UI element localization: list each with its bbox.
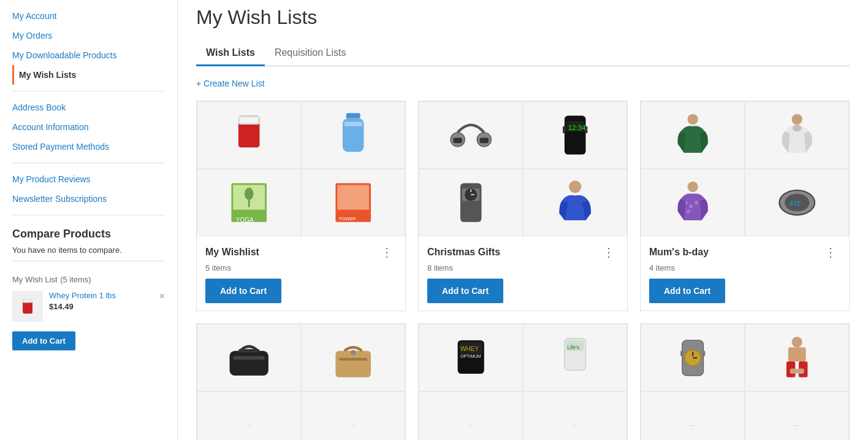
tabs-container: Wish Lists Requisition Lists bbox=[196, 41, 850, 66]
page-layout: My Account My Orders My Downloadable Pro… bbox=[0, 0, 868, 440]
wishlist-card-0-img-2: YOGA bbox=[197, 169, 301, 236]
wishlist-card-4-img-3: ··· bbox=[523, 392, 627, 440]
svg-rect-63 bbox=[788, 347, 806, 361]
black-duffel-bag-icon bbox=[208, 331, 290, 384]
svg-rect-66 bbox=[790, 368, 797, 374]
placeholder-icon: ··· bbox=[197, 392, 300, 440]
wishlist-card-1-add-to-cart-button[interactable]: Add to Cart bbox=[427, 279, 503, 303]
wishlist-card-2-header: Mum's b-day ⋮ bbox=[649, 244, 840, 261]
create-new-list-link[interactable]: + Create New List bbox=[196, 79, 265, 88]
sidebar-divider-3 bbox=[12, 215, 165, 215]
wishlist-sidebar-item: Whey Protein 1 lbs $14.49 × bbox=[12, 291, 165, 322]
wishlist-card-2-count: 4 items bbox=[649, 263, 840, 272]
wishlist-card-2-menu[interactable]: ⋮ bbox=[821, 244, 840, 261]
svg-text:OPTIMUM: OPTIMUM bbox=[460, 353, 481, 359]
wishlist-card-2-img-2 bbox=[641, 169, 745, 236]
wishlist-card-3-img-2: ··· bbox=[197, 392, 301, 440]
wishlist-sidebar-count: (5 items) bbox=[60, 275, 91, 284]
sidebar-add-to-cart-button[interactable]: Add to Cart bbox=[12, 331, 75, 350]
sidebar-item-account-info[interactable]: Account Information bbox=[12, 117, 165, 137]
wishlist-card-1-img-1: 12:34 bbox=[523, 101, 627, 169]
compare-section: Compare Products You have no items to co… bbox=[12, 228, 165, 255]
blue-jacket-icon bbox=[534, 176, 616, 229]
sidebar-item-newsletter[interactable]: Newsletter Subscriptions bbox=[12, 189, 165, 209]
compare-title: Compare Products bbox=[12, 228, 165, 241]
wishlist-card-5-images: ··· ··· bbox=[641, 324, 849, 440]
wishlist-card-1-menu[interactable]: ⋮ bbox=[599, 244, 619, 261]
svg-text:12:34: 12:34 bbox=[568, 123, 585, 131]
svg-rect-20 bbox=[479, 137, 488, 143]
svg-point-62 bbox=[791, 336, 802, 347]
wishlist-card-1-count: 8 items bbox=[427, 263, 619, 272]
sidebar-item-stored-payment[interactable]: Stored Payment Methods bbox=[12, 137, 165, 156]
svg-text:FIT: FIT bbox=[790, 200, 800, 207]
wishlist-card-5-img-2: ··· bbox=[641, 392, 745, 440]
wishlist-card-2: FIT Mum's b-day ⋮ 4 items Add to Cart bbox=[640, 101, 850, 311]
wishlist-item-name[interactable]: Whey Protein 1 lbs bbox=[49, 291, 165, 300]
svg-text:YOGA: YOGA bbox=[235, 217, 253, 223]
purple-shirt-icon bbox=[652, 176, 734, 229]
wishlist-card-1: 12:34 bbox=[418, 101, 628, 311]
svg-rect-8 bbox=[345, 122, 362, 126]
sidebar-item-my-account[interactable]: My Account bbox=[12, 6, 165, 26]
wishlist-card-1-img-0 bbox=[419, 101, 523, 169]
wishlist-card-2-img-3: FIT bbox=[745, 169, 849, 236]
svg-rect-15 bbox=[337, 185, 369, 209]
sport-watch-icon bbox=[430, 176, 512, 229]
wishlist-card-2-add-to-cart-button[interactable]: Add to Cart bbox=[649, 279, 725, 303]
svg-rect-19 bbox=[453, 137, 462, 143]
svg-point-33 bbox=[791, 114, 802, 124]
svg-rect-60 bbox=[680, 350, 683, 356]
svg-point-37 bbox=[689, 204, 693, 208]
svg-rect-6 bbox=[346, 113, 360, 118]
svg-rect-24 bbox=[563, 126, 565, 134]
wishlist-card-4-img-2: ··· bbox=[419, 392, 523, 440]
svg-rect-5 bbox=[240, 117, 258, 123]
tab-wish-lists[interactable]: Wish Lists bbox=[196, 41, 265, 66]
digital-watch-icon: 12:34 bbox=[534, 109, 616, 161]
wishlist-sidebar-title: My Wish List (5 items) bbox=[12, 274, 165, 285]
wishlist-card-5-img-3: ··· bbox=[745, 392, 849, 440]
wishlist-card-2-img-1 bbox=[745, 101, 849, 169]
wishlist-card-0-menu[interactable]: ⋮ bbox=[377, 244, 397, 261]
sidebar-divider-2 bbox=[12, 163, 165, 163]
svg-rect-67 bbox=[797, 368, 804, 374]
svg-point-32 bbox=[687, 114, 698, 124]
sidebar-item-my-orders[interactable]: My Orders bbox=[12, 26, 165, 45]
placeholder-icon: ··· bbox=[523, 392, 626, 440]
placeholder-icon: ··· bbox=[302, 392, 405, 440]
earphones-icon bbox=[430, 109, 512, 161]
wishlist-card-0-images: YOGA POWER bbox=[197, 101, 405, 236]
svg-rect-43 bbox=[229, 350, 268, 375]
placeholder-icon: ··· bbox=[641, 392, 744, 440]
sidebar-item-product-reviews[interactable]: My Product Reviews bbox=[12, 169, 165, 189]
wishlist-grid: YOGA POWER bbox=[196, 101, 850, 440]
placeholder-icon: ··· bbox=[419, 392, 522, 440]
svg-rect-45 bbox=[238, 349, 260, 353]
svg-point-35 bbox=[687, 181, 698, 191]
svg-point-31 bbox=[569, 180, 581, 193]
svg-text:Life's: Life's bbox=[567, 344, 579, 350]
wishlist-card-0-add-to-cart-button[interactable]: Add to Cart bbox=[205, 279, 281, 303]
wishlist-card-0-header: My Wishlist ⋮ bbox=[205, 244, 397, 261]
wishlist-card-5-img-1 bbox=[745, 324, 849, 392]
fitness-tracker-icon: FIT bbox=[756, 176, 838, 229]
sidebar-item-wish-lists[interactable]: My Wish Lists bbox=[12, 65, 165, 85]
tab-requisition-lists[interactable]: Requisition Lists bbox=[265, 41, 356, 66]
wishlist-item-info: Whey Protein 1 lbs $14.49 bbox=[49, 291, 165, 313]
remove-wishlist-item-button[interactable]: × bbox=[159, 291, 165, 302]
wishlist-card-1-img-3 bbox=[523, 169, 627, 236]
water-bottle-icon bbox=[312, 109, 394, 161]
wishlist-card-5-img-0 bbox=[641, 324, 745, 392]
sidebar-item-downloadable[interactable]: My Downloadable Products bbox=[12, 45, 165, 65]
svg-point-48 bbox=[351, 350, 356, 355]
svg-rect-25 bbox=[585, 126, 587, 134]
sidebar-item-address-book[interactable]: Address Book bbox=[12, 98, 165, 117]
green-shirt-icon bbox=[652, 109, 734, 161]
compare-empty: You have no items to compare. bbox=[12, 245, 165, 255]
wishlist-sidebar-title-text: My Wish List bbox=[12, 275, 58, 284]
svg-rect-2 bbox=[24, 300, 32, 302]
placeholder-icon: ··· bbox=[745, 392, 848, 440]
wishlist-card-3-images: ··· ··· bbox=[197, 324, 405, 440]
wishlist-card-0-count: 5 items bbox=[205, 263, 397, 272]
